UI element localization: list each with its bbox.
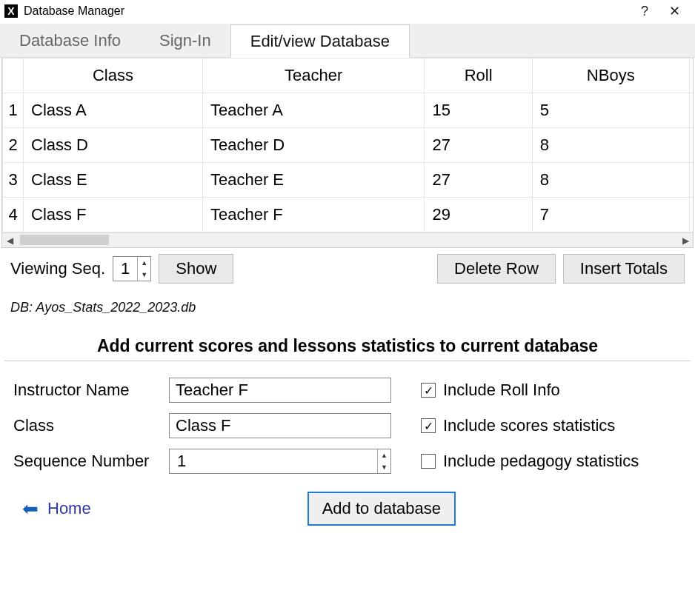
close-button[interactable]: ✕ bbox=[659, 3, 689, 19]
app-icon: X bbox=[4, 4, 18, 18]
include-pedagogy-checkbox[interactable]: Include pedagogy statistics bbox=[421, 452, 682, 471]
db-file-label: DB: Ayos_Stats_2022_2023.db bbox=[0, 287, 695, 320]
horizontal-scrollbar[interactable]: ◀ ▶ bbox=[2, 232, 693, 247]
checkbox-checked-icon[interactable]: ✓ bbox=[421, 383, 436, 398]
cell-roll[interactable]: 15 bbox=[425, 93, 532, 128]
sequence-number-label: Sequence Number bbox=[13, 452, 169, 471]
col-class[interactable]: Class bbox=[24, 58, 203, 93]
cell-ngirls[interactable]: 19 bbox=[689, 128, 694, 163]
cell-nboys[interactable]: 7 bbox=[532, 198, 689, 232]
grid-toolbar: Viewing Seq. 1 ▲ ▼ Show Delete Row Inser… bbox=[0, 248, 695, 287]
col-nboys[interactable]: NBoys bbox=[532, 58, 689, 93]
help-button[interactable]: ? bbox=[630, 4, 659, 19]
tab-sign-in[interactable]: Sign-In bbox=[140, 24, 230, 57]
table-row[interactable]: 1 Class A Teacher A 15 5 10 bbox=[3, 93, 694, 128]
row-number: 4 bbox=[3, 198, 24, 232]
row-number: 2 bbox=[3, 128, 24, 163]
sequence-number-stepper[interactable]: 1 ▲ ▼ bbox=[169, 449, 391, 474]
col-roll[interactable]: Roll bbox=[425, 58, 532, 93]
delete-row-button[interactable]: Delete Row bbox=[437, 254, 556, 284]
cell-roll[interactable]: 27 bbox=[425, 128, 532, 163]
titlebar: X Database Manager ? ✕ bbox=[0, 0, 695, 24]
viewing-seq-label: Viewing Seq. bbox=[10, 259, 105, 278]
class-input[interactable] bbox=[169, 413, 391, 438]
cell-ngirls[interactable]: 10 bbox=[689, 93, 694, 128]
include-scores-label: Include scores statistics bbox=[443, 416, 615, 435]
row-number: 3 bbox=[3, 163, 24, 198]
stepper-up-icon[interactable]: ▲ bbox=[378, 449, 390, 461]
cell-class[interactable]: Class F bbox=[24, 198, 203, 232]
stepper-down-icon[interactable]: ▼ bbox=[138, 269, 150, 281]
back-arrow-icon[interactable]: ⬅ bbox=[22, 498, 39, 520]
show-button[interactable]: Show bbox=[159, 254, 233, 284]
window-title: Database Manager bbox=[24, 4, 630, 18]
scroll-right-icon[interactable]: ▶ bbox=[678, 233, 693, 248]
footer: ⬅ Home Add to database bbox=[0, 481, 695, 536]
col-ngirls-cut[interactable]: N bbox=[689, 58, 694, 93]
cell-class[interactable]: Class A bbox=[24, 93, 203, 128]
table-header-row: Class Teacher Roll NBoys N bbox=[3, 58, 694, 93]
row-number: 1 bbox=[3, 93, 24, 128]
include-scores-checkbox[interactable]: ✓ Include scores statistics bbox=[421, 416, 682, 435]
viewing-seq-value[interactable]: 1 bbox=[113, 257, 137, 281]
add-to-database-button[interactable]: Add to database bbox=[307, 492, 456, 526]
viewing-seq-stepper[interactable]: 1 ▲ ▼ bbox=[113, 256, 151, 281]
scroll-left-icon[interactable]: ◀ bbox=[2, 233, 17, 248]
insert-totals-button[interactable]: Insert Totals bbox=[563, 254, 685, 284]
cell-teacher[interactable]: Teacher E bbox=[202, 163, 424, 198]
include-roll-label: Include Roll Info bbox=[443, 381, 560, 400]
cell-class[interactable]: Class D bbox=[24, 128, 203, 163]
include-pedagogy-label: Include pedagogy statistics bbox=[443, 452, 639, 471]
instructor-name-input[interactable] bbox=[169, 378, 391, 403]
checkbox-checked-icon[interactable]: ✓ bbox=[421, 418, 436, 433]
cell-teacher[interactable]: Teacher D bbox=[202, 128, 424, 163]
tab-edit-view-database[interactable]: Edit/view Database bbox=[230, 24, 410, 58]
col-teacher[interactable]: Teacher bbox=[202, 58, 424, 93]
include-roll-checkbox[interactable]: ✓ Include Roll Info bbox=[421, 381, 682, 400]
sequence-number-value[interactable]: 1 bbox=[170, 449, 377, 473]
home-link[interactable]: Home bbox=[47, 499, 91, 518]
table-row[interactable]: 2 Class D Teacher D 27 8 19 bbox=[3, 128, 694, 163]
cell-teacher[interactable]: Teacher A bbox=[202, 93, 424, 128]
add-form: Instructor Name ✓ Include Roll Info Clas… bbox=[0, 361, 695, 481]
cell-roll[interactable]: 29 bbox=[425, 198, 532, 232]
table-row[interactable]: 3 Class E Teacher E 27 8 19 bbox=[3, 163, 694, 198]
cell-class[interactable]: Class E bbox=[24, 163, 203, 198]
cell-ngirls[interactable]: 22 bbox=[689, 198, 694, 232]
table-row[interactable]: 4 Class F Teacher F 29 7 22 bbox=[3, 198, 694, 232]
cell-ngirls[interactable]: 19 bbox=[689, 163, 694, 198]
class-label: Class bbox=[13, 416, 169, 435]
cell-nboys[interactable]: 5 bbox=[532, 93, 689, 128]
cell-nboys[interactable]: 8 bbox=[532, 128, 689, 163]
scroll-thumb[interactable] bbox=[20, 235, 109, 245]
stepper-up-icon[interactable]: ▲ bbox=[138, 257, 150, 269]
stepper-down-icon[interactable]: ▼ bbox=[378, 461, 390, 473]
cell-teacher[interactable]: Teacher F bbox=[202, 198, 424, 232]
instructor-name-label: Instructor Name bbox=[13, 381, 169, 400]
tab-database-info[interactable]: Database Info bbox=[0, 24, 140, 57]
checkbox-unchecked-icon[interactable] bbox=[421, 454, 436, 469]
cell-nboys[interactable]: 8 bbox=[532, 163, 689, 198]
cell-roll[interactable]: 27 bbox=[425, 163, 532, 198]
tabbar: Database Info Sign-In Edit/view Database bbox=[0, 24, 695, 58]
data-grid[interactable]: Class Teacher Roll NBoys N 1 Class A Tea… bbox=[1, 58, 694, 248]
section-title: Add current scores and lessons statistic… bbox=[4, 320, 691, 361]
